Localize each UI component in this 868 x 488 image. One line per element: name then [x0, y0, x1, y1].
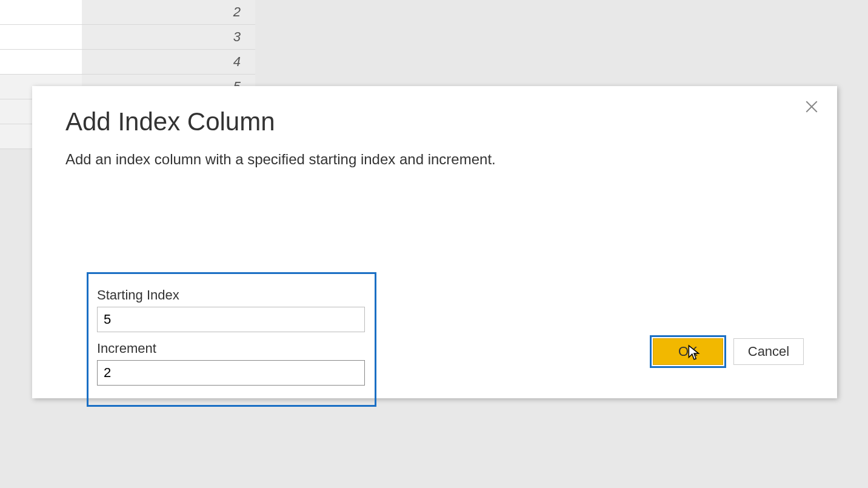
increment-label: Increment	[97, 341, 366, 356]
table-row: 4	[0, 50, 255, 75]
close-icon	[806, 101, 818, 113]
ok-button[interactable]: OK	[653, 338, 723, 365]
input-highlight-group: Starting Index Increment	[87, 272, 376, 407]
table-cell-value: 3	[82, 25, 255, 50]
table-cell-value: 4	[82, 50, 255, 75]
starting-index-label: Starting Index	[97, 287, 366, 303]
table-cell	[0, 50, 82, 75]
table-cell-value: 2	[82, 0, 255, 25]
table-cell	[0, 25, 82, 50]
add-index-column-dialog: Add Index Column Add an index column wit…	[32, 86, 837, 398]
starting-index-input[interactable]	[97, 307, 365, 332]
increment-input[interactable]	[97, 360, 365, 386]
ok-button-highlight: OK	[650, 335, 726, 368]
dialog-description: Add an index column with a specified sta…	[65, 151, 804, 168]
cancel-button[interactable]: Cancel	[733, 338, 804, 365]
dialog-title: Add Index Column	[65, 107, 804, 136]
cancel-button-label: Cancel	[748, 344, 789, 359]
table-row: 2	[0, 0, 255, 25]
table-cell	[0, 0, 82, 25]
ok-button-label: OK	[678, 344, 698, 359]
table-row: 3	[0, 25, 255, 50]
dialog-button-row: OK Cancel	[650, 335, 804, 368]
close-button[interactable]	[802, 97, 821, 116]
